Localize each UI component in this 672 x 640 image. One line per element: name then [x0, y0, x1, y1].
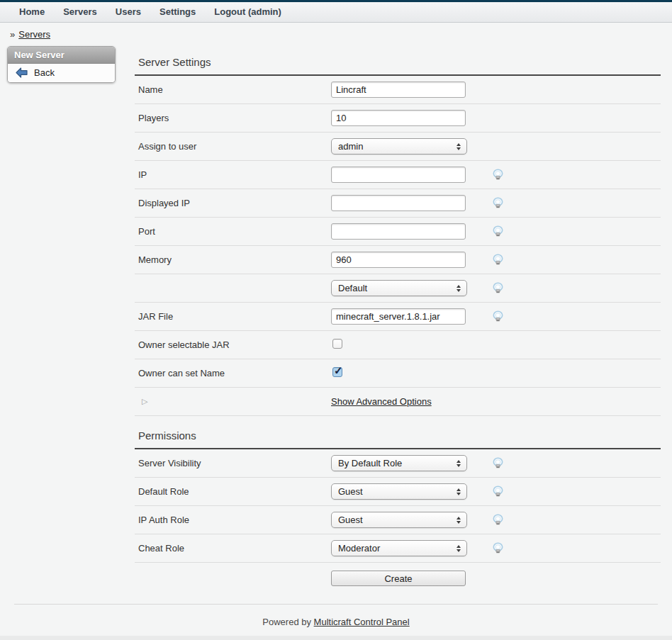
form-row-server-visibility: Server Visibility By Default Role [135, 449, 661, 478]
ip-auth-role-select[interactable]: Guest [331, 512, 467, 528]
name-label: Name [135, 84, 331, 95]
sidebar-title: New Server [8, 47, 115, 64]
breadcrumb-separator: » [10, 29, 15, 40]
players-input[interactable] [331, 110, 466, 126]
default-role-select-wrap: Guest [331, 483, 467, 500]
ip-help-bulb-icon[interactable] [481, 169, 661, 181]
assign-to-user-select-wrap: admin [331, 138, 467, 155]
nav-item-users[interactable]: Users [106, 2, 150, 22]
form-row-displayed-ip: Displayed IP [135, 189, 661, 218]
nav-item-logout[interactable]: Logout (admin) [205, 2, 291, 22]
breadcrumb: »Servers [0, 23, 672, 45]
nav-item-settings[interactable]: Settings [150, 2, 205, 22]
form-row-submit: Create [135, 563, 661, 594]
owner-can-set-name-checkbox[interactable] [332, 367, 342, 377]
breadcrumb-link-servers[interactable]: Servers [18, 29, 50, 40]
ip-auth-role-label: IP Auth Role [135, 515, 331, 525]
footer-powered-by-text: Powered by [262, 617, 311, 627]
footer-multicraft-link[interactable]: Multicraft Control Panel [314, 617, 410, 627]
memory-label: Memory [135, 254, 331, 265]
nav-item-home[interactable]: Home [10, 2, 54, 22]
section-title-server-settings: Server Settings [135, 56, 661, 76]
jar-file-label: JAR File [135, 311, 331, 322]
ip-auth-role-help-bulb-icon[interactable] [481, 514, 661, 526]
form-row-ip: IP [135, 161, 661, 189]
form-row-advanced-toggle: ▷ Show Advanced Options [135, 388, 661, 416]
form-row-memory-preset: Default [135, 274, 661, 303]
sidebar-item-back[interactable]: Back [8, 64, 115, 82]
nav-item-servers[interactable]: Servers [54, 2, 106, 22]
main-navbar: Home Servers Users Settings Logout (admi… [0, 2, 672, 23]
advanced-collapsed-triangle-icon[interactable]: ▷ [135, 397, 331, 406]
displayed-ip-help-bulb-icon[interactable] [481, 197, 661, 209]
default-role-label: Default Role [135, 486, 331, 497]
form-row-port: Port [135, 218, 661, 246]
port-help-bulb-icon[interactable] [481, 225, 661, 237]
jar-file-input[interactable] [331, 308, 466, 325]
form-row-owner-can-set-name: Owner can set Name [135, 359, 661, 388]
owner-selectable-jar-checkbox[interactable] [332, 339, 342, 349]
memory-input[interactable] [331, 252, 466, 268]
form-row-assign-to-user: Assign to user admin [135, 133, 661, 161]
form-row-jar-file: JAR File [135, 303, 661, 331]
displayed-ip-label: Displayed IP [135, 198, 331, 208]
form-row-cheat-role: Cheat Role Moderator [135, 534, 661, 563]
memory-preset-select[interactable]: Default [331, 280, 467, 296]
ip-input[interactable] [331, 167, 466, 183]
memory-preset-help-bulb-icon[interactable] [481, 282, 661, 294]
form-row-owner-selectable-jar: Owner selectable JAR [135, 331, 661, 359]
memory-help-bulb-icon[interactable] [481, 254, 661, 266]
section-title-permissions: Permissions [135, 430, 661, 449]
server-visibility-help-bulb-icon[interactable] [481, 457, 661, 469]
name-input[interactable] [331, 82, 466, 98]
ip-label: IP [135, 169, 331, 180]
assign-to-user-select[interactable]: admin [331, 138, 467, 155]
default-role-help-bulb-icon[interactable] [481, 485, 661, 498]
page-footer: Powered by Multicraft Control Panel [14, 604, 658, 637]
main-content: Server Settings Name Players Assign to u… [135, 56, 661, 594]
displayed-ip-input[interactable] [331, 195, 466, 211]
server-visibility-select-wrap: By Default Role [331, 455, 467, 471]
owner-selectable-jar-label: Owner selectable JAR [135, 339, 331, 350]
form-row-ip-auth-role: IP Auth Role Guest [135, 506, 661, 534]
show-advanced-options-link[interactable]: Show Advanced Options [331, 396, 481, 407]
back-arrow-icon [16, 67, 28, 78]
server-visibility-label: Server Visibility [135, 458, 331, 468]
owner-can-set-name-label: Owner can set Name [135, 368, 331, 378]
port-input[interactable] [331, 223, 466, 240]
server-visibility-select[interactable]: By Default Role [331, 455, 467, 471]
jar-file-help-bulb-icon[interactable] [481, 310, 661, 322]
sidebar-item-back-label: Back [34, 67, 55, 78]
memory-preset-select-wrap: Default [331, 280, 467, 296]
bottom-edge [0, 636, 672, 640]
form-row-memory: Memory [135, 246, 661, 274]
cheat-role-help-bulb-icon[interactable] [481, 542, 661, 554]
players-label: Players [135, 113, 331, 123]
cheat-role-select-wrap: Moderator [331, 540, 467, 556]
port-label: Port [135, 226, 331, 237]
assign-to-user-label: Assign to user [135, 141, 331, 152]
sidebar-menu: New Server Back [7, 46, 116, 83]
default-role-select[interactable]: Guest [331, 483, 467, 500]
form-row-players: Players [135, 104, 661, 133]
ip-auth-role-select-wrap: Guest [331, 512, 467, 528]
create-button[interactable]: Create [331, 571, 466, 586]
cheat-role-label: Cheat Role [135, 543, 331, 554]
form-row-default-role: Default Role Guest [135, 478, 661, 506]
form-row-name: Name [135, 76, 661, 104]
cheat-role-select[interactable]: Moderator [331, 540, 467, 556]
